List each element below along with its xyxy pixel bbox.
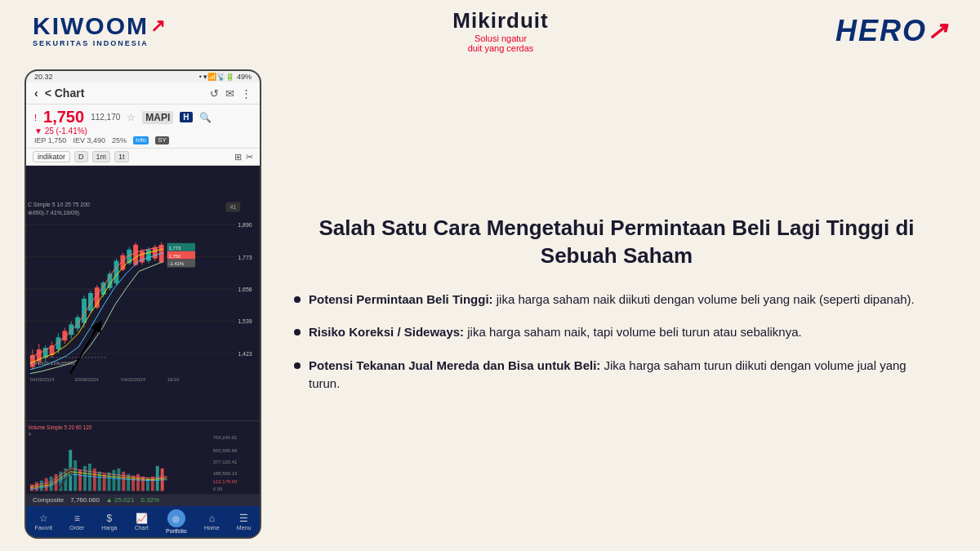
svg-rect-82 <box>45 478 48 491</box>
more-icon[interactable]: ⋮ <box>241 87 252 100</box>
phone-volume-area: Volume Simple 5 20 60 120 ✕ 754,240.91 5… <box>26 420 260 494</box>
phone-stock-info: ! 1,750 112,170 ☆ MAPI H 🔍 ▼ 25 (-1.41%)… <box>26 104 260 149</box>
nav-portfolio[interactable]: ◎ Portfolio <box>166 509 187 534</box>
info-badge[interactable]: Info <box>133 136 149 144</box>
svg-rect-42 <box>114 261 118 284</box>
volume-svg: Volume Simple 5 20 60 120 ✕ 754,240.91 5… <box>26 421 260 495</box>
chart-nav-icon: 📈 <box>136 513 148 524</box>
svg-text:112,179.00: 112,179.00 <box>213 479 238 484</box>
nav-menu[interactable]: ☰ Menu <box>237 513 252 531</box>
svg-text:04/09/2024: 04/09/2024 <box>30 377 55 382</box>
svg-rect-96 <box>108 473 111 491</box>
svg-text:377,120.41: 377,120.41 <box>213 460 238 464</box>
phone-time: 20.32 <box>34 73 53 81</box>
svg-text:1,539: 1,539 <box>238 318 252 324</box>
chart-label: < Chart <box>45 87 203 100</box>
svg-rect-98 <box>117 469 120 491</box>
order-icon: ≡ <box>74 513 80 524</box>
right-content: Salah Satu Cara Mengetahui Permintaan Be… <box>278 69 956 539</box>
stock-extra-info: IEP 1,750 IEV 3,490 25% Info SY <box>34 136 252 144</box>
svg-rect-94 <box>98 472 101 491</box>
timeframe-1t-button[interactable]: 1t <box>114 151 129 162</box>
kiwoom-brand-name: KIWOOM ↗ <box>33 14 166 38</box>
hero-logo: HERO ↗ <box>835 14 947 48</box>
draw-tools-icon[interactable]: ✂ <box>246 152 253 162</box>
stock-price: 1,750 <box>43 108 84 127</box>
nav-favorit[interactable]: ☆ Favorit <box>35 513 52 531</box>
svg-text:⊕890(-7.41%,18/09): ⊕890(-7.41%,18/09) <box>28 210 79 216</box>
nav-harga[interactable]: $ Harga <box>101 513 117 531</box>
svg-text:Volume Simple 5 20 60 120: Volume Simple 5 20 60 120 <box>28 424 92 431</box>
composite-value: 7,760.060 <box>70 496 100 504</box>
svg-text:✕: ✕ <box>28 432 32 437</box>
favorit-icon: ☆ <box>39 513 48 524</box>
phone-composite-bar: Composite 7,760.060 ▲ 25.021 0.32% <box>26 494 260 506</box>
svg-text:04/10/2024: 04/10/2024 <box>121 377 145 382</box>
stock-price-row: ! 1,750 112,170 ☆ MAPI H 🔍 <box>34 108 252 127</box>
mikirduit-subtitle: Solusi ngatur duit yang cerdas <box>452 33 548 53</box>
mikirduit-logo: Mikirduit Solusi ngatur duit yang cerdas <box>452 8 548 53</box>
svg-text:1,773: 1,773 <box>169 246 181 251</box>
nav-order[interactable]: ≡ Order <box>69 513 84 531</box>
svg-text:-1.41%: -1.41% <box>169 261 185 266</box>
stock-change: ▼ 25 (-1.41%) <box>34 127 252 136</box>
nav-home[interactable]: ⌂ Home <box>204 513 220 531</box>
nav-icons: ↺ ✉ ⋮ <box>210 87 252 100</box>
svg-text:754,240.91: 754,240.91 <box>213 435 238 440</box>
svg-rect-106 <box>156 466 159 491</box>
timeframe-d-button[interactable]: D <box>74 151 88 162</box>
favorite-star-icon[interactable]: ☆ <box>127 112 136 123</box>
composite-label: Composite <box>33 496 64 504</box>
refresh-icon[interactable]: ↺ <box>210 87 219 100</box>
iev-label: IEV 3,490 <box>73 136 105 144</box>
stock-volume: 112,170 <box>91 113 120 122</box>
svg-rect-97 <box>113 470 116 491</box>
svg-rect-50 <box>140 251 145 263</box>
percent-label: 25% <box>112 136 127 144</box>
svg-text:0.00: 0.00 <box>213 487 223 491</box>
indikator-button[interactable]: indikator <box>33 151 70 162</box>
price-indicator: ! <box>34 113 37 122</box>
svg-rect-88 <box>74 460 77 491</box>
phone-status-bar: 20.32 • ▾📶📡🔋 49% <box>26 71 260 82</box>
bullet-dot-2 <box>294 329 301 335</box>
bullet-list: Potensi Permintaan Beli Tinggi: jika har… <box>294 291 939 393</box>
home-icon: ⌂ <box>209 513 215 524</box>
stock-ticker: MAPI <box>142 111 173 124</box>
svg-rect-105 <box>151 477 154 491</box>
bullet-text-2: Risiko Koreksi / Sideways: jika harga sa… <box>309 323 802 342</box>
svg-text:1,445(21.11%,05/09): 1,445(21.11%,05/09) <box>30 361 75 366</box>
menu-icon: ☰ <box>239 513 248 524</box>
back-button[interactable]: ‹ <box>34 87 38 100</box>
search-icon[interactable]: 🔍 <box>199 112 212 123</box>
svg-text:C Simple 5 10 25 75 200: C Simple 5 10 25 75 200 <box>28 202 90 208</box>
timeframe-1m-button[interactable]: 1m <box>92 151 111 162</box>
svg-rect-95 <box>103 474 106 491</box>
svg-text:565,680.66: 565,680.66 <box>213 448 238 453</box>
svg-rect-52 <box>146 250 151 261</box>
phone-mockup: 20.32 • ▾📶📡🔋 49% ‹ < Chart ↺ ✉ ⋮ ! 1,750… <box>24 69 261 539</box>
iep-label: IEP 1,750 <box>34 136 66 144</box>
h-badge: H <box>180 112 192 122</box>
svg-rect-54 <box>153 247 158 259</box>
kiwoom-logo: KIWOOM ↗ SEKURITAS INDONESIA <box>33 14 166 47</box>
svg-text:18/10: 18/10 <box>167 377 180 382</box>
sy-badge[interactable]: SY <box>155 136 169 144</box>
svg-rect-92 <box>88 464 91 491</box>
chart-svg: 1,890 1,773 1,656 1,539 1,423 C Simple 5… <box>26 166 260 420</box>
grid-icon[interactable]: ⊞ <box>234 152 242 162</box>
svg-text:1,890: 1,890 <box>238 222 252 228</box>
nav-chart[interactable]: 📈 Chart <box>135 513 149 531</box>
hero-brand-name: HERO <box>835 14 927 48</box>
header: KIWOOM ↗ SEKURITAS INDONESIA Mikirduit S… <box>0 0 980 61</box>
mail-icon[interactable]: ✉ <box>225 87 234 100</box>
list-item: Potensi Permintaan Beli Tinggi: jika har… <box>294 291 939 309</box>
svg-rect-91 <box>83 466 87 491</box>
svg-rect-28 <box>69 324 74 335</box>
main-content: 20.32 • ▾📶📡🔋 49% ‹ < Chart ↺ ✉ ⋮ ! 1,750… <box>0 61 980 551</box>
phone-toolbar: indikator D 1m 1t ⊞ ✂ <box>26 149 260 166</box>
main-title: Salah Satu Cara Mengetahui Permintaan Be… <box>294 215 939 270</box>
phone-chart-area[interactable]: 1,890 1,773 1,656 1,539 1,423 C Simple 5… <box>26 166 260 420</box>
svg-rect-99 <box>122 472 125 491</box>
composite-percent: 0.32% <box>140 496 159 504</box>
